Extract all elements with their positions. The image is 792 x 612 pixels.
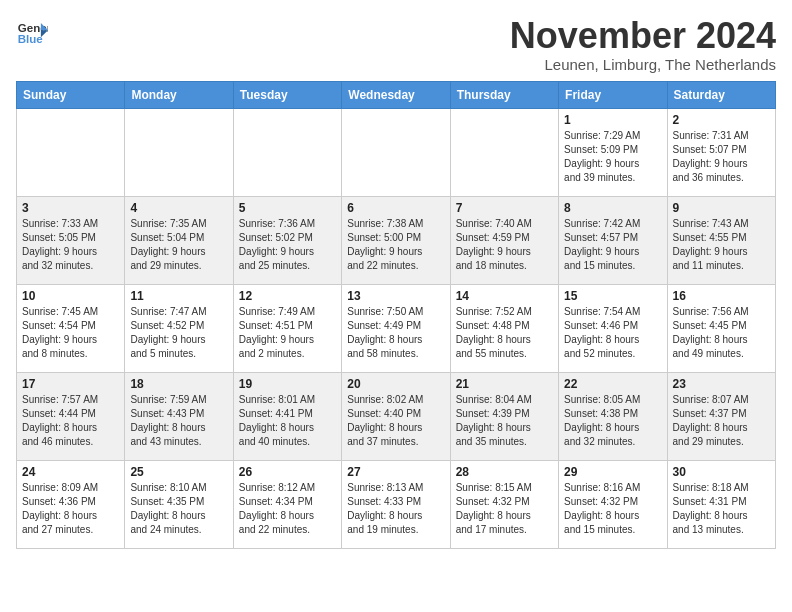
location: Leunen, Limburg, The Netherlands (510, 56, 776, 73)
day-info: Sunrise: 7:43 AM Sunset: 4:55 PM Dayligh… (673, 217, 770, 273)
calendar-cell (342, 108, 450, 196)
day-info: Sunrise: 8:02 AM Sunset: 4:40 PM Dayligh… (347, 393, 444, 449)
calendar-cell: 24Sunrise: 8:09 AM Sunset: 4:36 PM Dayli… (17, 460, 125, 548)
calendar-week-row: 17Sunrise: 7:57 AM Sunset: 4:44 PM Dayli… (17, 372, 776, 460)
day-number: 2 (673, 113, 770, 127)
calendar-cell: 18Sunrise: 7:59 AM Sunset: 4:43 PM Dayli… (125, 372, 233, 460)
calendar-cell: 4Sunrise: 7:35 AM Sunset: 5:04 PM Daylig… (125, 196, 233, 284)
calendar-cell: 26Sunrise: 8:12 AM Sunset: 4:34 PM Dayli… (233, 460, 341, 548)
calendar-cell: 20Sunrise: 8:02 AM Sunset: 4:40 PM Dayli… (342, 372, 450, 460)
calendar-week-row: 10Sunrise: 7:45 AM Sunset: 4:54 PM Dayli… (17, 284, 776, 372)
day-info: Sunrise: 8:05 AM Sunset: 4:38 PM Dayligh… (564, 393, 661, 449)
calendar-cell: 5Sunrise: 7:36 AM Sunset: 5:02 PM Daylig… (233, 196, 341, 284)
calendar-cell (233, 108, 341, 196)
calendar-cell: 11Sunrise: 7:47 AM Sunset: 4:52 PM Dayli… (125, 284, 233, 372)
calendar-week-row: 3Sunrise: 7:33 AM Sunset: 5:05 PM Daylig… (17, 196, 776, 284)
day-number: 22 (564, 377, 661, 391)
calendar-cell: 15Sunrise: 7:54 AM Sunset: 4:46 PM Dayli… (559, 284, 667, 372)
day-number: 8 (564, 201, 661, 215)
calendar-cell: 8Sunrise: 7:42 AM Sunset: 4:57 PM Daylig… (559, 196, 667, 284)
day-number: 23 (673, 377, 770, 391)
day-number: 20 (347, 377, 444, 391)
calendar-cell: 19Sunrise: 8:01 AM Sunset: 4:41 PM Dayli… (233, 372, 341, 460)
day-info: Sunrise: 8:09 AM Sunset: 4:36 PM Dayligh… (22, 481, 119, 537)
calendar-cell: 30Sunrise: 8:18 AM Sunset: 4:31 PM Dayli… (667, 460, 775, 548)
day-info: Sunrise: 7:42 AM Sunset: 4:57 PM Dayligh… (564, 217, 661, 273)
day-info: Sunrise: 8:01 AM Sunset: 4:41 PM Dayligh… (239, 393, 336, 449)
day-info: Sunrise: 7:47 AM Sunset: 4:52 PM Dayligh… (130, 305, 227, 361)
day-info: Sunrise: 8:10 AM Sunset: 4:35 PM Dayligh… (130, 481, 227, 537)
calendar-cell: 1Sunrise: 7:29 AM Sunset: 5:09 PM Daylig… (559, 108, 667, 196)
calendar-week-row: 24Sunrise: 8:09 AM Sunset: 4:36 PM Dayli… (17, 460, 776, 548)
day-number: 4 (130, 201, 227, 215)
day-info: Sunrise: 7:56 AM Sunset: 4:45 PM Dayligh… (673, 305, 770, 361)
day-info: Sunrise: 7:54 AM Sunset: 4:46 PM Dayligh… (564, 305, 661, 361)
day-number: 18 (130, 377, 227, 391)
weekday-header-tuesday: Tuesday (233, 81, 341, 108)
logo: General Blue (16, 16, 48, 48)
calendar-cell: 7Sunrise: 7:40 AM Sunset: 4:59 PM Daylig… (450, 196, 558, 284)
day-number: 28 (456, 465, 553, 479)
calendar-cell: 28Sunrise: 8:15 AM Sunset: 4:32 PM Dayli… (450, 460, 558, 548)
day-info: Sunrise: 7:36 AM Sunset: 5:02 PM Dayligh… (239, 217, 336, 273)
calendar-cell: 10Sunrise: 7:45 AM Sunset: 4:54 PM Dayli… (17, 284, 125, 372)
weekday-header-sunday: Sunday (17, 81, 125, 108)
day-number: 16 (673, 289, 770, 303)
calendar-header-row: SundayMondayTuesdayWednesdayThursdayFrid… (17, 81, 776, 108)
day-info: Sunrise: 8:16 AM Sunset: 4:32 PM Dayligh… (564, 481, 661, 537)
calendar-cell: 16Sunrise: 7:56 AM Sunset: 4:45 PM Dayli… (667, 284, 775, 372)
weekday-header-monday: Monday (125, 81, 233, 108)
day-info: Sunrise: 7:59 AM Sunset: 4:43 PM Dayligh… (130, 393, 227, 449)
calendar-cell: 9Sunrise: 7:43 AM Sunset: 4:55 PM Daylig… (667, 196, 775, 284)
day-info: Sunrise: 7:29 AM Sunset: 5:09 PM Dayligh… (564, 129, 661, 185)
calendar-table: SundayMondayTuesdayWednesdayThursdayFrid… (16, 81, 776, 549)
calendar-cell: 23Sunrise: 8:07 AM Sunset: 4:37 PM Dayli… (667, 372, 775, 460)
day-info: Sunrise: 7:31 AM Sunset: 5:07 PM Dayligh… (673, 129, 770, 185)
calendar-cell (17, 108, 125, 196)
day-number: 29 (564, 465, 661, 479)
calendar-week-row: 1Sunrise: 7:29 AM Sunset: 5:09 PM Daylig… (17, 108, 776, 196)
calendar-cell: 13Sunrise: 7:50 AM Sunset: 4:49 PM Dayli… (342, 284, 450, 372)
day-number: 19 (239, 377, 336, 391)
day-info: Sunrise: 7:50 AM Sunset: 4:49 PM Dayligh… (347, 305, 444, 361)
day-info: Sunrise: 8:18 AM Sunset: 4:31 PM Dayligh… (673, 481, 770, 537)
day-info: Sunrise: 7:33 AM Sunset: 5:05 PM Dayligh… (22, 217, 119, 273)
weekday-header-friday: Friday (559, 81, 667, 108)
day-info: Sunrise: 7:35 AM Sunset: 5:04 PM Dayligh… (130, 217, 227, 273)
calendar-cell: 2Sunrise: 7:31 AM Sunset: 5:07 PM Daylig… (667, 108, 775, 196)
weekday-header-wednesday: Wednesday (342, 81, 450, 108)
calendar-cell: 25Sunrise: 8:10 AM Sunset: 4:35 PM Dayli… (125, 460, 233, 548)
day-number: 12 (239, 289, 336, 303)
page-header: General Blue November 2024 Leunen, Limbu… (16, 16, 776, 73)
logo-icon: General Blue (16, 16, 48, 48)
day-info: Sunrise: 8:07 AM Sunset: 4:37 PM Dayligh… (673, 393, 770, 449)
day-info: Sunrise: 8:15 AM Sunset: 4:32 PM Dayligh… (456, 481, 553, 537)
day-number: 10 (22, 289, 119, 303)
day-number: 1 (564, 113, 661, 127)
calendar-cell (450, 108, 558, 196)
day-info: Sunrise: 8:04 AM Sunset: 4:39 PM Dayligh… (456, 393, 553, 449)
day-number: 17 (22, 377, 119, 391)
day-number: 7 (456, 201, 553, 215)
day-number: 21 (456, 377, 553, 391)
day-info: Sunrise: 7:40 AM Sunset: 4:59 PM Dayligh… (456, 217, 553, 273)
calendar-cell: 22Sunrise: 8:05 AM Sunset: 4:38 PM Dayli… (559, 372, 667, 460)
day-info: Sunrise: 7:45 AM Sunset: 4:54 PM Dayligh… (22, 305, 119, 361)
calendar-cell: 6Sunrise: 7:38 AM Sunset: 5:00 PM Daylig… (342, 196, 450, 284)
weekday-header-saturday: Saturday (667, 81, 775, 108)
day-number: 24 (22, 465, 119, 479)
calendar-cell: 27Sunrise: 8:13 AM Sunset: 4:33 PM Dayli… (342, 460, 450, 548)
day-info: Sunrise: 8:13 AM Sunset: 4:33 PM Dayligh… (347, 481, 444, 537)
day-number: 11 (130, 289, 227, 303)
day-info: Sunrise: 7:52 AM Sunset: 4:48 PM Dayligh… (456, 305, 553, 361)
day-number: 13 (347, 289, 444, 303)
calendar-cell: 17Sunrise: 7:57 AM Sunset: 4:44 PM Dayli… (17, 372, 125, 460)
day-number: 9 (673, 201, 770, 215)
weekday-header-thursday: Thursday (450, 81, 558, 108)
day-number: 30 (673, 465, 770, 479)
calendar-cell: 12Sunrise: 7:49 AM Sunset: 4:51 PM Dayli… (233, 284, 341, 372)
day-info: Sunrise: 7:49 AM Sunset: 4:51 PM Dayligh… (239, 305, 336, 361)
calendar-cell: 29Sunrise: 8:16 AM Sunset: 4:32 PM Dayli… (559, 460, 667, 548)
day-info: Sunrise: 8:12 AM Sunset: 4:34 PM Dayligh… (239, 481, 336, 537)
svg-text:Blue: Blue (18, 33, 44, 45)
